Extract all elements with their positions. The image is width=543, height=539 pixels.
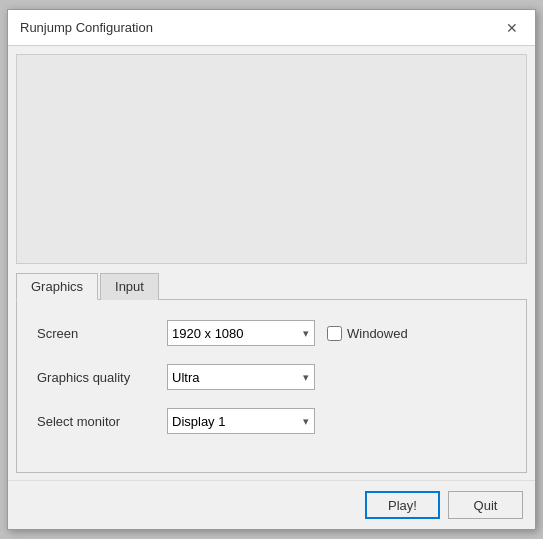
- title-bar: Runjump Configuration ✕: [8, 10, 535, 46]
- quality-select[interactable]: Ultra High Medium Low: [167, 364, 315, 390]
- monitor-label: Select monitor: [37, 414, 167, 429]
- monitor-select-wrapper: Display 1 Display 2: [167, 408, 315, 434]
- screen-select[interactable]: 1920 x 1080 1280 x 720 2560 x 1440: [167, 320, 315, 346]
- tab-input[interactable]: Input: [100, 273, 159, 300]
- close-button[interactable]: ✕: [501, 17, 523, 39]
- tab-graphics[interactable]: Graphics: [16, 273, 98, 300]
- quality-label: Graphics quality: [37, 370, 167, 385]
- quality-select-wrapper: Ultra High Medium Low: [167, 364, 315, 390]
- configuration-window: Runjump Configuration ✕ Graphics Input S…: [7, 9, 536, 530]
- tab-bar: Graphics Input: [16, 272, 527, 300]
- play-button[interactable]: Play!: [365, 491, 440, 519]
- screen-row: Screen 1920 x 1080 1280 x 720 2560 x 144…: [37, 320, 506, 346]
- screen-select-wrapper: 1920 x 1080 1280 x 720 2560 x 1440: [167, 320, 315, 346]
- monitor-select[interactable]: Display 1 Display 2: [167, 408, 315, 434]
- monitor-row: Select monitor Display 1 Display 2: [37, 408, 506, 434]
- windowed-label: Windowed: [347, 326, 408, 341]
- tab-content-graphics: Screen 1920 x 1080 1280 x 720 2560 x 144…: [16, 300, 527, 473]
- screen-controls: 1920 x 1080 1280 x 720 2560 x 1440 Windo…: [167, 320, 408, 346]
- preview-area: [16, 54, 527, 264]
- windowed-checkbox[interactable]: [327, 326, 342, 341]
- quit-button[interactable]: Quit: [448, 491, 523, 519]
- tabs-area: Graphics Input Screen 1920 x 1080 1280 x…: [16, 272, 527, 473]
- window-title: Runjump Configuration: [20, 20, 153, 35]
- screen-label: Screen: [37, 326, 167, 341]
- quality-row: Graphics quality Ultra High Medium Low: [37, 364, 506, 390]
- windowed-checkbox-wrapper[interactable]: Windowed: [327, 326, 408, 341]
- bottom-bar: Play! Quit: [8, 480, 535, 529]
